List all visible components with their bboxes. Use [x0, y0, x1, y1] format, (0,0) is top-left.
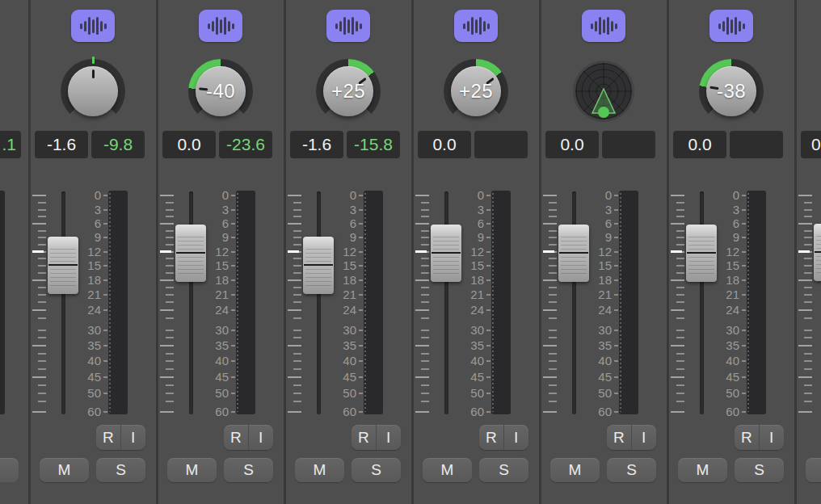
pan-knob[interactable]: +25	[316, 59, 381, 124]
channel-strip: 0.0 03691215182124303540455060 R I M S	[541, 0, 667, 504]
ruler-tick	[293, 393, 301, 394]
mute-button[interactable]: M	[40, 458, 89, 482]
fader-track[interactable]	[61, 191, 65, 414]
volume-display[interactable]: -1.6	[290, 131, 343, 158]
waveform-bar	[80, 23, 82, 29]
ruler-tick	[415, 411, 429, 413]
ruler-tick	[549, 216, 557, 217]
ruler-tick	[549, 330, 557, 331]
ruler-tick	[671, 309, 684, 311]
waveform-icon	[208, 17, 234, 35]
solo-button[interactable]: S	[96, 458, 145, 482]
record-button[interactable]: R	[735, 425, 760, 450]
ruler-tick	[38, 209, 46, 211]
fader-track[interactable]	[317, 191, 321, 414]
db-scale-label: 30	[331, 323, 356, 338]
peak-display[interactable]	[474, 131, 528, 158]
ruler-tick	[798, 411, 812, 413]
zero-db-tick	[160, 250, 171, 253]
volume-display[interactable]: 0.0	[801, 131, 821, 158]
fader-cap[interactable]	[686, 225, 717, 282]
input-monitor-button[interactable]: I	[377, 425, 402, 450]
ruler-tick	[421, 294, 429, 296]
ruler-tick	[804, 216, 812, 217]
solo-button[interactable]: S	[224, 458, 273, 482]
db-scale-tick	[359, 237, 363, 238]
surround-panner[interactable]	[571, 59, 636, 124]
peak-display[interactable]: -23.6	[219, 131, 272, 158]
input-device-button[interactable]	[709, 10, 753, 42]
ruler-tick	[798, 309, 812, 311]
ruler-tick	[415, 195, 429, 196]
record-button[interactable]: R	[479, 425, 504, 450]
mute-button[interactable]: M	[167, 458, 217, 482]
mute-button[interactable]: M	[423, 458, 472, 482]
solo-button[interactable]: S	[735, 458, 784, 482]
solo-button[interactable]: S	[607, 458, 656, 482]
waveform-bar	[220, 19, 222, 33]
input-device-button[interactable]	[326, 10, 370, 42]
input-monitor-button[interactable]: I	[249, 425, 274, 450]
volume-display[interactable]: 0.0	[418, 131, 471, 158]
fader-cap[interactable]	[175, 225, 206, 282]
record-button[interactable]: R	[352, 425, 377, 450]
input-device-button[interactable]	[71, 10, 115, 42]
volume-display[interactable]: -1.6	[35, 131, 88, 158]
ruler-tick	[32, 376, 46, 378]
volume-display[interactable]: 0.0	[673, 131, 726, 158]
ruler-tick	[421, 393, 429, 394]
pan-knob[interactable]	[61, 59, 125, 124]
db-scale-label: 3	[203, 203, 229, 217]
mute-button[interactable]: M	[678, 458, 727, 482]
mute-button[interactable]: M	[295, 458, 344, 482]
fader-cap[interactable]	[48, 237, 78, 294]
db-scale-tick	[614, 223, 618, 225]
input-device-button[interactable]	[199, 10, 242, 42]
pan-knob[interactable]: +25	[444, 59, 508, 124]
fader-cap[interactable]	[431, 225, 461, 282]
solo-button[interactable]: S	[479, 458, 528, 482]
record-button[interactable]: R	[607, 425, 632, 450]
peak-display[interactable]: -15.8	[347, 131, 400, 158]
zero-db-tick	[415, 250, 427, 253]
record-button[interactable]: R	[224, 425, 249, 450]
input-monitor-button[interactable]: I	[760, 425, 785, 450]
pan-knob[interactable]: -38	[699, 59, 764, 124]
fader-cap[interactable]	[303, 237, 334, 294]
peak-display[interactable]: -9.8	[91, 131, 145, 158]
pan-value	[61, 59, 125, 124]
db-scale-label: 60	[586, 405, 612, 419]
input-monitor-button[interactable]: I	[121, 425, 146, 450]
peak-display[interactable]	[730, 131, 783, 158]
input-device-button[interactable]	[454, 10, 498, 42]
db-scale-label: 45	[331, 370, 356, 384]
input-device-button[interactable]	[582, 10, 625, 42]
volume-display[interactable]: 0.0	[545, 131, 599, 158]
ruler-tick	[676, 294, 684, 296]
waveform-bar	[603, 19, 605, 33]
db-scale-label: 18	[714, 273, 739, 288]
db-scale-tick	[359, 330, 363, 331]
db-scale-tick	[486, 393, 490, 394]
mute-button[interactable]: M	[550, 458, 600, 482]
mute-button[interactable]	[806, 458, 821, 482]
fader-cap[interactable]	[814, 224, 821, 281]
db-scale-label: 45	[586, 370, 612, 384]
solo-button[interactable]: S	[352, 458, 401, 482]
input-monitor-button[interactable]: I	[632, 425, 657, 450]
solo-button[interactable]	[0, 458, 19, 482]
input-monitor-button[interactable]: I	[504, 425, 529, 450]
peak-display[interactable]: .1	[0, 131, 21, 158]
record-button[interactable]: R	[96, 425, 121, 450]
ruler-tick	[549, 272, 557, 274]
db-scale-tick	[742, 209, 746, 211]
volume-display[interactable]: 0.0	[162, 131, 216, 158]
db-scale-tick	[231, 345, 235, 346]
db-scale-tick	[614, 309, 618, 311]
pan-knob[interactable]: -40	[188, 59, 253, 124]
db-scale-label: 24	[458, 303, 484, 317]
db-scale-label: 30	[203, 323, 229, 338]
ruler-tick	[415, 309, 429, 311]
peak-display[interactable]	[602, 131, 655, 158]
fader-cap[interactable]	[558, 225, 589, 282]
